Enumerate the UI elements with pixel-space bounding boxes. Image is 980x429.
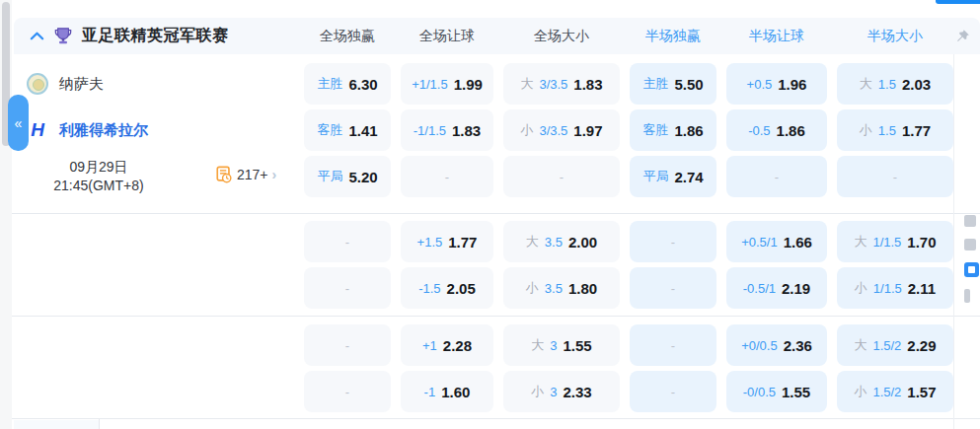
odds-cell[interactable]: -1/1.51.83 [401,109,493,151]
odds-cell[interactable]: 大3.52.00 [503,221,620,262]
odds-cell[interactable]: - [304,324,391,366]
odds-cell[interactable]: - [304,221,391,262]
odds-side-label: 小 [860,121,872,139]
odds-line-label: +1 [422,338,437,353]
odds-value: 6.30 [348,76,377,93]
odds-side-label: 小 [531,383,544,400]
odds-line-label: 3 [550,385,557,399]
odds-line-label: -1/1.5 [414,123,446,138]
match-time: 21:45(GMT+8) [14,177,184,195]
odds-empty: - [445,170,449,184]
column-header-half-overunder: 半场大小 [837,28,953,45]
odds-cell[interactable]: 主胜6.30 [304,63,391,105]
odds-cell[interactable]: 主胜5.50 [630,63,716,105]
odds-block-secondary: -+1.51.77大3.52.00-+0.5/11.66大1/1.51.70--… [14,221,953,309]
side-widget-icon[interactable] [964,215,976,227]
odds-cell[interactable]: - [630,267,716,309]
odds-cell[interactable]: 小3.51.80 [503,267,620,309]
pin-icon[interactable] [955,29,970,43]
match-datetime: 09月29日 21:45(GMT+8) [14,158,184,195]
odds-cell[interactable]: 小1.5/21.57 [837,371,953,412]
team-pane-empty [14,371,294,412]
odds-cell[interactable]: - [726,156,827,197]
odds-cell[interactable]: +1.51.77 [401,221,493,262]
odds-value: 1.70 [907,234,936,250]
odds-side-label: 小 [855,279,867,297]
odds-line-label: -0/0.5 [743,385,776,399]
odds-line-label: 1.5/2 [872,338,901,353]
odds-value: 1.83 [573,76,602,93]
odds-cell[interactable]: 小1/1.52.11 [837,267,953,309]
odds-value: 1.41 [348,122,377,139]
odds-value: 2.36 [784,337,812,354]
odds-cell[interactable]: 大3/3.51.83 [503,63,620,105]
side-widget-icon[interactable] [964,289,970,303]
odds-cell[interactable]: 客胜1.86 [630,109,716,151]
away-team-row: H 利雅得希拉尔 [14,109,294,151]
odds-cell[interactable]: 小1.51.77 [837,109,953,151]
odds-cell[interactable]: -1.52.05 [401,267,493,309]
odds-cell[interactable]: 大1/1.51.70 [837,221,953,262]
side-widget-icon[interactable] [964,239,976,250]
odds-empty: - [671,338,675,353]
odds-line-label: 1.5/2 [872,385,901,399]
odds-empty: - [671,385,675,399]
odds-value: 5.20 [348,169,377,185]
odds-side-label: 小 [526,279,539,297]
odds-cell[interactable]: - [837,156,953,197]
odds-cell[interactable]: 小32.33 [503,371,620,412]
odds-cell[interactable]: - [503,156,620,197]
odds-cell[interactable]: 客胜1.41 [304,109,391,151]
odds-cell[interactable]: 平局5.20 [304,156,391,197]
odds-cell[interactable]: -0.51.86 [726,109,827,151]
side-widget-bar [964,215,980,315]
odds-cell[interactable]: 大31.55 [503,324,620,366]
odds-value: 1.77 [902,122,931,139]
side-widget-icon[interactable] [964,262,979,277]
odds-cell[interactable]: 平局2.74 [630,156,716,197]
team-pane-empty [14,221,294,262]
league-panel: 亚足联精英冠军联赛 全场独赢 全场让球 全场大小 半场独赢 半场让球 半场大小 … [14,0,980,429]
odds-line-label: +0/0.5 [741,338,778,353]
odds-cell[interactable]: -0/0.51.55 [726,371,827,412]
match-datetime-row: 09月29日 21:45(GMT+8) 217+ › [14,156,294,197]
more-markets-link[interactable]: 217+ › [215,166,276,183]
collapse-sidebar-tab[interactable]: « [8,95,29,151]
odds-cell[interactable]: 大1.52.03 [837,63,953,105]
odds-value: 1.99 [454,76,483,93]
odds-cell[interactable]: - [304,267,391,309]
team-pane-empty [14,324,294,366]
odds-cell[interactable]: 大1.5/22.29 [837,324,953,366]
odds-cell[interactable]: +0.5/11.66 [726,221,827,262]
league-header-left: 亚足联精英冠军联赛 [14,26,294,46]
markets-count: 217+ [237,167,268,182]
block-divider [12,316,980,317]
home-team-row: 纳萨夫 [14,63,294,105]
odds-line-label: 主胜 [317,75,342,93]
odds-cell[interactable]: - [304,371,391,412]
odds-value: 5.50 [674,76,703,93]
odds-line-label: 1/1.5 [872,235,901,250]
odds-line-label: +1.5 [417,235,443,250]
odds-cell[interactable]: - [630,221,716,262]
odds-cell[interactable]: 小3/3.51.97 [503,109,620,151]
match-info-pane[interactable]: 纳萨夫 H 利雅得希拉尔 09月29日 21:45(GMT+8) [14,63,294,197]
odds-cell[interactable]: - [630,324,716,366]
odds-value: 2.29 [907,337,936,354]
odds-line-label: +0.5/1 [741,235,778,250]
odds-cell[interactable]: - [630,371,716,412]
odds-value: 1.86 [674,122,703,139]
odds-block-main: 纳萨夫 H 利雅得希拉尔 09月29日 21:45(GMT+8) [14,63,953,197]
odds-line-label: 客胜 [317,121,342,139]
odds-cell[interactable]: +1/1.51.99 [401,63,493,105]
odds-cell[interactable]: -11.60 [401,371,493,412]
odds-empty: - [345,338,349,353]
odds-cell[interactable]: - [401,156,493,197]
odds-cell[interactable]: +12.28 [401,324,493,366]
odds-block-tertiary: -+12.28大31.55-+0/0.52.36大1.5/22.29--11.6… [14,324,953,412]
odds-cell[interactable]: +0.51.96 [726,63,827,105]
odds-cell[interactable]: +0/0.52.36 [726,324,827,366]
away-team-logo: H [27,119,48,141]
odds-cell[interactable]: -0.5/12.19 [726,267,827,309]
chevron-up-icon[interactable] [30,32,44,40]
